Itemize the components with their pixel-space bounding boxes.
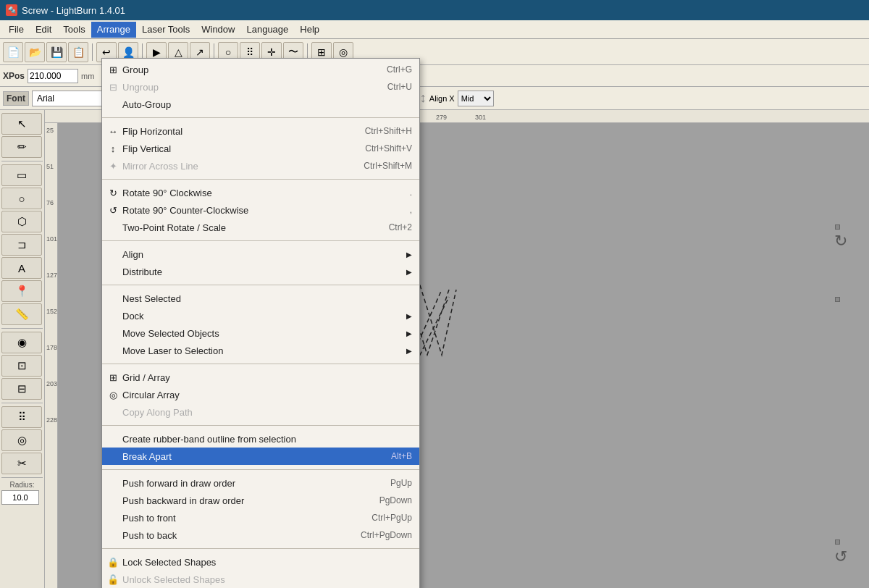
new-button[interactable]: 📄 [3, 42, 23, 62]
warp-tool[interactable]: ⊟ [1, 378, 42, 400]
ruler-v-25: 25 [46, 127, 54, 134]
menu-language[interactable]: Language [240, 22, 294, 38]
rotate-ccw-icon: ↺ [106, 203, 119, 217]
menu-break-apart[interactable]: Break Apart Alt+B [102, 448, 419, 465]
save-as-button[interactable]: 📋 [68, 42, 88, 62]
menu-flip-h[interactable]: ↔ Flip Horizontal Ctrl+Shift+H [102, 122, 419, 140]
menu-unlock[interactable]: 🔓 Unlock Selected Shapes [102, 571, 419, 588]
divider-8 [102, 548, 419, 549]
menu-distribute[interactable]: Distribute ▶ [102, 263, 419, 280]
menu-auto-group[interactable]: Auto-Group [102, 96, 419, 113]
menu-nest[interactable]: Nest Selected [102, 290, 419, 307]
menu-lock[interactable]: 🔒 Lock Selected Shapes [102, 553, 419, 571]
distribute-arrow: ▶ [406, 268, 412, 276]
menu-bar: File Edit Tools Arrange Laser Tools Wind… [0, 20, 869, 39]
cut-tool[interactable]: ✂ [1, 453, 42, 474]
flip-h-icon: ↔ [106, 125, 119, 138]
menu-dock[interactable]: Dock ▶ [102, 307, 419, 324]
lt-sep-3 [1, 403, 43, 403]
menu-push-forward[interactable]: Push forward in draw order PgUp [102, 474, 419, 492]
menu-push-back[interactable]: Push to back Ctrl+PgDown [102, 526, 419, 544]
menu-arrange[interactable]: Arrange [91, 22, 136, 38]
select-tool[interactable]: ↖ [1, 113, 42, 135]
menu-group[interactable]: ⊞ Group Ctrl+G [102, 61, 419, 78]
ruler-h-301: 301 [475, 114, 486, 121]
ruler-v-101: 101 [46, 235, 57, 243]
menu-circular-array[interactable]: ◎ Circular Array [102, 386, 419, 403]
move-laser-arrow: ▶ [406, 347, 412, 355]
ruler-v-152: 152 [46, 308, 57, 315]
handle-mr[interactable] [835, 297, 840, 302]
grid-view[interactable]: ⠿ [1, 406, 42, 428]
unlock-icon: 🔓 [106, 573, 119, 586]
align-arrow: ▶ [406, 251, 412, 259]
group-icon: ⊞ [106, 63, 119, 76]
draw-tool[interactable]: ✏ [1, 136, 42, 158]
rotate-tr: ↻ [834, 232, 847, 251]
menu-tools[interactable]: Tools [57, 22, 91, 38]
ruler-h-279: 279 [436, 114, 447, 121]
menu-rotate-cw[interactable]: ↻ Rotate 90° Clockwise . [102, 184, 419, 201]
menu-rotate-ccw[interactable]: ↺ Rotate 90° Counter-Clockwise , [102, 201, 419, 219]
xpos-unit: mm [81, 72, 94, 80]
rect-tool[interactable]: ▭ [1, 164, 42, 186]
divider-7 [102, 469, 419, 470]
app-icon: 🔩 [6, 4, 17, 16]
ellipse-tool[interactable]: ○ [1, 188, 42, 209]
divider-4 [102, 285, 419, 285]
menu-flip-v[interactable]: ↕ Flip Vertical Ctrl+Shift+V [102, 140, 419, 157]
ruler-v-178: 178 [46, 344, 57, 351]
move-objects-arrow: ▶ [406, 329, 412, 337]
menu-help[interactable]: Help [294, 22, 325, 38]
font-label: Font [3, 91, 29, 106]
menu-copy-path[interactable]: Copy Along Path [102, 403, 419, 421]
menu-move-objects[interactable]: Move Selected Objects ▶ [102, 324, 419, 342]
circ-view[interactable]: ◎ [1, 429, 42, 451]
lock-icon: 🔒 [106, 555, 119, 568]
pin-tool[interactable]: 📍 [1, 280, 42, 302]
menu-ungroup[interactable]: ⊟ Ungroup Ctrl+U [102, 78, 419, 96]
handle-tr[interactable] [835, 224, 840, 230]
ruler-v-76: 76 [46, 199, 54, 206]
xpos-label: XPos [3, 71, 25, 81]
menu-grid-array[interactable]: ⊞ Grid / Array [102, 369, 419, 386]
path-tool[interactable]: ⊐ [1, 234, 42, 256]
flip-v-icon: ↕ [106, 142, 119, 155]
radius-label: Radius: [1, 481, 43, 489]
dock-arrow: ▶ [406, 312, 412, 320]
divider-1 [102, 117, 419, 118]
menu-push-front[interactable]: Push to front Ctrl+PgUp [102, 509, 419, 526]
offset-tool[interactable]: ⊡ [1, 355, 42, 377]
menu-file[interactable]: File [3, 22, 30, 38]
menu-align[interactable]: Align ▶ [102, 245, 419, 263]
menu-push-backward[interactable]: Push backward in draw order PgDown [102, 492, 419, 509]
polygon-tool[interactable]: ⬡ [1, 211, 42, 232]
divider-5 [102, 364, 419, 364]
menu-mirror-line[interactable]: ✦ Mirror Across Line Ctrl+Shift+M [102, 157, 419, 175]
xpos-input[interactable] [28, 69, 78, 83]
alignx-select[interactable]: Mid [458, 91, 494, 106]
radius-input[interactable] [1, 490, 39, 505]
open-button[interactable]: 📂 [25, 42, 45, 62]
measure-tool[interactable]: 📏 [1, 303, 42, 325]
ruler-v-51: 51 [46, 163, 54, 170]
handle-br[interactable] [835, 539, 840, 545]
mirror-icon: ✦ [106, 159, 119, 172]
menu-two-point-rotate[interactable]: Two-Point Rotate / Scale Ctrl+2 [102, 219, 419, 236]
menu-rubber-band[interactable]: Create rubber-band outline from selectio… [102, 430, 419, 448]
grid-icon: ⊞ [106, 371, 119, 384]
menu-move-laser[interactable]: Move Laser to Selection ▶ [102, 342, 419, 359]
menu-laser-tools[interactable]: Laser Tools [136, 22, 196, 38]
divider-3 [102, 240, 419, 241]
menu-edit[interactable]: Edit [30, 22, 57, 38]
rotate-cw-icon: ↻ [106, 186, 119, 199]
divider-2 [102, 179, 419, 180]
save-button[interactable]: 💾 [46, 42, 67, 62]
text-tool[interactable]: A [1, 257, 42, 279]
divider-6 [102, 425, 419, 426]
title-text: Screw - LightBurn 1.4.01 [22, 5, 125, 16]
lt-sep-2 [1, 328, 43, 329]
menu-window[interactable]: Window [196, 22, 240, 38]
node-tool[interactable]: ◉ [1, 332, 42, 353]
ruler-v-203: 203 [46, 380, 57, 387]
